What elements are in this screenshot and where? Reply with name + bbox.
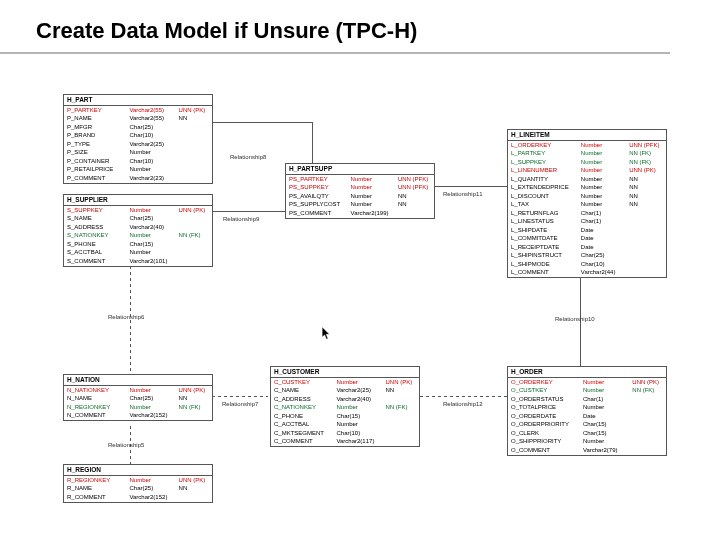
column-row: P_CONTAINERChar(10) (64, 157, 212, 166)
column-row: C_ACCTBALNumber (271, 421, 419, 430)
entity-columns: PS_PARTKEYNumberUNN (PFK)PS_SUPPKEYNumbe… (286, 175, 434, 218)
column-row: L_ORDERKEYNumberUNN (PFK) (508, 141, 666, 150)
column-row: PS_SUPPKEYNumberUNN (PFK) (286, 184, 434, 193)
column-row: L_COMMENTVarchar2(44) (508, 269, 666, 278)
column-row: L_EXTENDEDPRICENumberNN (508, 184, 666, 193)
column-row: O_CUSTKEYNumberNN (FK) (508, 387, 666, 396)
column-row: R_NAMEChar(25)NN (64, 485, 212, 494)
entity-columns: R_REGIONKEYNumberUNN (PK)R_NAMEChar(25)N… (64, 476, 212, 502)
column-row: O_SHIPPRIORITYNumber (508, 438, 666, 447)
column-row: L_DISCOUNTNumberNN (508, 192, 666, 201)
column-row: P_MFGRChar(25) (64, 123, 212, 132)
column-row: L_SHIPMODEChar(10) (508, 260, 666, 269)
column-row: S_COMMENTVarchar2(101) (64, 257, 212, 266)
entity-partsupp[interactable]: H_PARTSUPPPS_PARTKEYNumberUNN (PFK)PS_SU… (285, 163, 435, 219)
column-row: P_BRANDChar(10) (64, 132, 212, 141)
connector (212, 211, 285, 212)
page-title: Create Data Model if Unsure (TPC-H) (0, 0, 670, 54)
entity-order[interactable]: H_ORDERO_ORDERKEYNumberUNN (PK)O_CUSTKEY… (507, 366, 667, 456)
column-row: PS_COMMENTVarchar2(199) (286, 209, 434, 218)
column-row: O_COMMENTVarchar2(79) (508, 446, 666, 455)
entity-nation[interactable]: H_NATIONN_NATIONKEYNumberUNN (PK)N_NAMEC… (63, 374, 213, 421)
entity-title: H_SUPPLIER (64, 195, 212, 206)
column-row: S_ADDRESSVarchar2(40) (64, 223, 212, 232)
column-row: N_NATIONKEYNumberUNN (PK) (64, 386, 212, 395)
column-row: L_QUANTITYNumberNN (508, 175, 666, 184)
entity-title: H_NATION (64, 375, 212, 386)
entity-region[interactable]: H_REGIONR_REGIONKEYNumberUNN (PK)R_NAMEC… (63, 464, 213, 503)
entity-columns: S_SUPPKEYNumberUNN (PK)S_NAMEChar(25)S_A… (64, 206, 212, 266)
rel-label-r11: Relationship11 (443, 191, 483, 197)
mouse-cursor-icon (322, 326, 331, 339)
column-row: P_PARTKEYVarchar2(55)UNN (PK) (64, 106, 212, 115)
entity-title: H_LINEITEM (508, 130, 666, 141)
entity-title: H_ORDER (508, 367, 666, 378)
column-row: O_CLERKChar(15) (508, 429, 666, 438)
column-row: S_SUPPKEYNumberUNN (PK) (64, 206, 212, 215)
column-row: N_NAMEChar(25)NN (64, 395, 212, 404)
column-row: C_ADDRESSVarchar2(40) (271, 395, 419, 404)
column-row: C_PHONEChar(15) (271, 412, 419, 421)
column-row: S_NAMEChar(25) (64, 215, 212, 224)
diagram-canvas: Relationship8 Relationship9 Relationship… (0, 66, 720, 536)
column-row: O_ORDERPRIORITYChar(15) (508, 421, 666, 430)
column-row: R_REGIONKEYNumberUNN (PK) (64, 476, 212, 485)
rel-label-r10: Relationship10 (555, 316, 595, 322)
column-row: O_ORDERKEYNumberUNN (PK) (508, 378, 666, 387)
connector (580, 276, 581, 371)
column-row: L_RETURNFLAGChar(1) (508, 209, 666, 218)
column-row: L_LINESTATUSChar(1) (508, 218, 666, 227)
entity-title: H_CUSTOMER (271, 367, 419, 378)
column-row: C_CUSTKEYNumberUNN (PK) (271, 378, 419, 387)
column-row: C_NATIONKEYNumberNN (FK) (271, 404, 419, 413)
column-row: O_ORDERSTATUSChar(1) (508, 395, 666, 404)
column-row: O_TOTALPRICENumber (508, 404, 666, 413)
column-row: R_COMMENTVarchar2(152) (64, 493, 212, 502)
column-row: P_RETAILPRICENumber (64, 166, 212, 175)
column-row: L_SHIPINSTRUCTChar(25) (508, 252, 666, 261)
column-row: P_NAMEVarchar2(55)NN (64, 115, 212, 124)
column-row: L_RECEIPTDATEDate (508, 243, 666, 252)
column-row: C_MKTSEGMENTChar(10) (271, 429, 419, 438)
entity-title: H_REGION (64, 465, 212, 476)
column-row: C_NAMEVarchar2(25)NN (271, 387, 419, 396)
entity-title: H_PARTSUPP (286, 164, 434, 175)
connector (432, 186, 507, 187)
entity-title: H_PART (64, 95, 212, 106)
entity-supplier[interactable]: H_SUPPLIERS_SUPPKEYNumberUNN (PK)S_NAMEC… (63, 194, 213, 267)
column-row: PS_SUPPLYCOSTNumberNN (286, 201, 434, 210)
column-row: S_PHONEChar(15) (64, 240, 212, 249)
rel-label-r9: Relationship9 (223, 216, 259, 222)
column-row: N_REGIONKEYNumberNN (FK) (64, 403, 212, 412)
entity-columns: L_ORDERKEYNumberUNN (PFK)L_PARTKEYNumber… (508, 141, 666, 277)
rel-label-r8: Relationship8 (230, 154, 266, 160)
rel-label-r6: Relationship6 (108, 314, 144, 320)
rel-label-r5: Relationship5 (108, 442, 144, 448)
column-row: L_LINENUMBERNumberUNN (PK) (508, 167, 666, 176)
column-row: PS_AVAILQTYNumberNN (286, 192, 434, 201)
entity-columns: C_CUSTKEYNumberUNN (PK)C_NAMEVarchar2(25… (271, 378, 419, 446)
column-row: L_SHIPDATEDate (508, 226, 666, 235)
column-row: P_COMMENTVarchar2(23) (64, 174, 212, 183)
column-row: O_ORDERDATEDate (508, 412, 666, 421)
column-row: L_COMMITDATEDate (508, 235, 666, 244)
rel-label-r7: Relationship7 (222, 401, 258, 407)
column-row: C_COMMENTVarchar2(117) (271, 438, 419, 447)
column-row: S_NATIONKEYNumberNN (FK) (64, 232, 212, 241)
connector (212, 122, 312, 123)
column-row: L_TAXNumberNN (508, 201, 666, 210)
column-row: L_SUPPKEYNumberNN (FK) (508, 158, 666, 167)
column-row: P_SIZENumber (64, 149, 212, 158)
connector (420, 396, 508, 397)
entity-part[interactable]: H_PARTP_PARTKEYVarchar2(55)UNN (PK)P_NAM… (63, 94, 213, 184)
connector (212, 396, 268, 397)
column-row: L_PARTKEYNumberNN (FK) (508, 150, 666, 159)
column-row: PS_PARTKEYNumberUNN (PFK) (286, 175, 434, 184)
entity-lineitem[interactable]: H_LINEITEML_ORDERKEYNumberUNN (PFK)L_PAR… (507, 129, 667, 278)
rel-label-r12: Relationship12 (443, 401, 483, 407)
entity-customer[interactable]: H_CUSTOMERC_CUSTKEYNumberUNN (PK)C_NAMEV… (270, 366, 420, 447)
column-row: N_COMMENTVarchar2(152) (64, 412, 212, 421)
column-row: P_TYPEVarchar2(25) (64, 140, 212, 149)
entity-columns: N_NATIONKEYNumberUNN (PK)N_NAMEChar(25)N… (64, 386, 212, 420)
entity-columns: O_ORDERKEYNumberUNN (PK)O_CUSTKEYNumberN… (508, 378, 666, 455)
